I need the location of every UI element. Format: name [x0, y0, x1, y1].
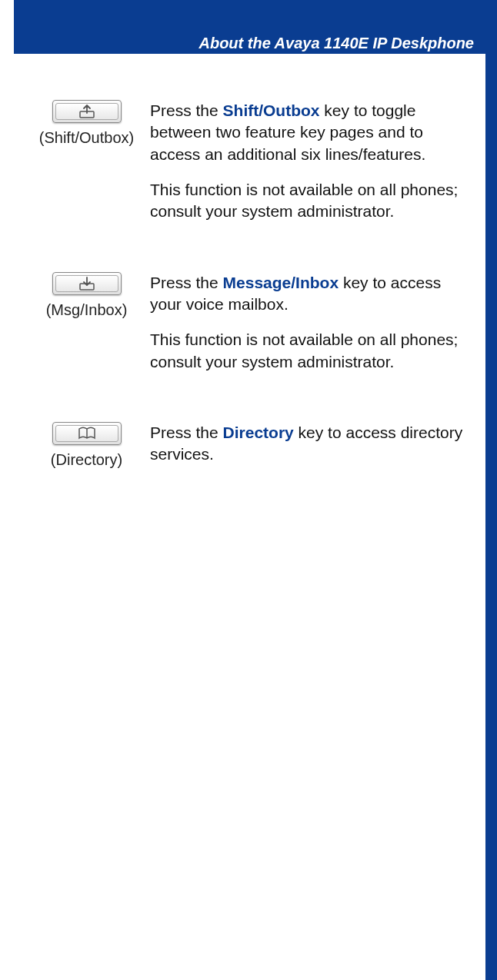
key-label: (Msg/Inbox)	[23, 301, 150, 319]
header-bar: About the Avaya 1140E IP Deskphone	[14, 0, 497, 54]
inbox-icon	[78, 276, 95, 291]
shift-outbox-key	[52, 100, 122, 123]
text: Press the	[150, 101, 223, 119]
side-bar	[485, 0, 497, 980]
key-description: Press the Message/Inbox key to access yo…	[150, 272, 470, 387]
key-label: (Directory)	[23, 451, 150, 469]
key-column: (Directory)	[23, 422, 150, 469]
outbox-icon	[78, 104, 95, 119]
text: Press the	[150, 424, 223, 441]
bold-key-name: Shift/Outbox	[223, 101, 320, 119]
bold-key-name: Directory	[223, 424, 294, 441]
key-column: (Shift/Outbox)	[23, 100, 150, 147]
page-number: 25	[453, 948, 480, 965]
text: This function is not available on all ph…	[150, 179, 470, 223]
key-description: Press the Shift/Outbox key to toggle bet…	[150, 100, 470, 237]
directory-key	[52, 422, 122, 445]
text: This function is not available on all ph…	[150, 329, 470, 373]
text: Press the	[150, 274, 223, 291]
key-label: (Shift/Outbox)	[23, 129, 150, 147]
key-row: (Shift/Outbox) Press the Shift/Outbox ke…	[23, 100, 470, 237]
key-row: (Directory) Press the Directory key to a…	[23, 422, 470, 480]
key-row: (Msg/Inbox) Press the Message/Inbox key …	[23, 272, 470, 387]
bold-key-name: Message/Inbox	[223, 274, 339, 291]
content-area: (Shift/Outbox) Press the Shift/Outbox ke…	[23, 100, 470, 515]
key-column: (Msg/Inbox)	[23, 272, 150, 319]
page-title: About the Avaya 1140E IP Deskphone	[14, 35, 474, 52]
msg-inbox-key	[52, 272, 122, 295]
key-description: Press the Directory key to access direct…	[150, 422, 470, 480]
book-icon	[78, 427, 96, 440]
